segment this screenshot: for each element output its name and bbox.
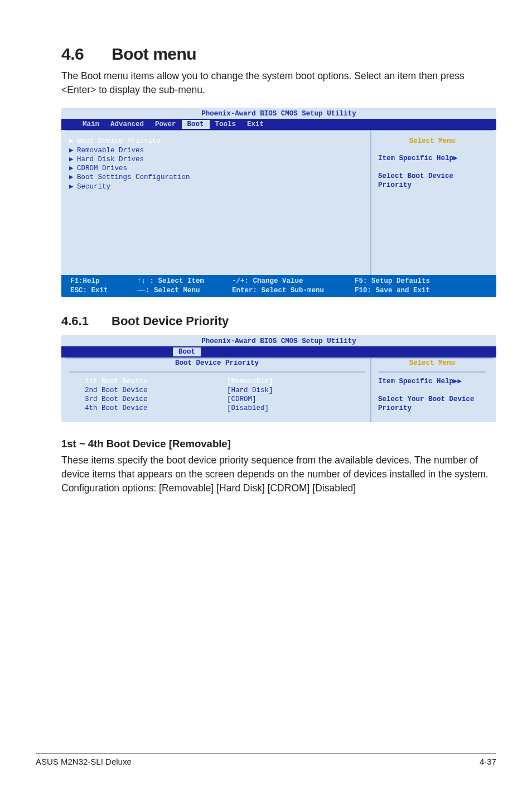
menu-item-label: Hard Disk Drives (77, 156, 144, 163)
bios-utility-title: Phoenix-Award BIOS CMOS Setup Utility (61, 335, 496, 346)
right-pane-title: Select Menu (378, 137, 486, 146)
option-description: These items specify the boot device prio… (61, 453, 496, 496)
bios-right-pane: Select Menu Item Specific Help▶ Select B… (371, 131, 493, 275)
boot-device-row-1[interactable]: 1st Boot Device [Removable] (85, 377, 365, 386)
menu-item-hard-disk-drives[interactable]: ▶Hard Disk Drives (69, 155, 365, 164)
boot-device-row-4[interactable]: 4th Boot Device [Disabled] (85, 404, 365, 413)
menu-item-label: Boot Settings Configuration (77, 173, 190, 181)
bios-right-pane: Select Menu Item Specific Help▶▶ Select … (371, 359, 493, 422)
key-hint-enter: Enter: Select Sub-menu (232, 286, 355, 295)
boot-device-value: [Disabled] (227, 404, 269, 413)
tab-exit[interactable]: Exit (241, 120, 269, 129)
section-number: 4.6 (61, 45, 112, 64)
help-label-text: Item Specific Help (378, 378, 453, 385)
bios-left-pane: ▶Boot Device Priority ▶Removable Drives … (65, 131, 371, 275)
subsection-heading: 4.6.1Boot Device Priority (61, 314, 496, 328)
menu-item-label: Security (77, 183, 110, 191)
tab-main[interactable]: Main (77, 120, 105, 129)
item-specific-help-body: Select Your Boot Device Priority (378, 395, 486, 413)
boot-device-row-2[interactable]: 2nd Boot Device [Hard Disk] (85, 386, 365, 395)
key-hint-f5: F5: Setup Defaults (355, 277, 490, 286)
bios-utility-title: Phoenix-Award BIOS CMOS Setup Utility (61, 108, 496, 119)
item-specific-help-label: Item Specific Help▶ (378, 154, 486, 163)
bios-body: Boot Device Priority 1st Boot Device [Re… (65, 357, 493, 422)
bios-tabbar: Main Advanced Power Boot Tools Exit (61, 119, 496, 130)
tab-advanced[interactable]: Advanced (105, 120, 149, 129)
submenu-arrow-icon: ▶ (69, 182, 77, 191)
left-pane-header: Boot Device Priority (69, 359, 365, 372)
bios-screenshot-boot-menu: Phoenix-Award BIOS CMOS Setup Utility Ma… (61, 108, 496, 297)
boot-device-value: [Removable] (227, 377, 273, 386)
menu-item-security[interactable]: ▶Security (69, 182, 365, 191)
bios-footer: F1:Help ↑↓ : Select Item -/+: Change Val… (61, 275, 496, 297)
subsection-title: Boot Device Priority (112, 314, 229, 328)
menu-item-label: CDROM Drives (77, 165, 127, 172)
item-specific-help-label: Item Specific Help▶▶ (378, 377, 486, 386)
menu-item-label: Removable Drives (77, 147, 144, 154)
subsection-number: 4.6.1 (61, 314, 112, 328)
submenu-arrow-icon: ▶ (69, 146, 77, 155)
footer-page-number: 4-37 (480, 757, 496, 766)
boot-device-label: 3rd Boot Device (85, 395, 227, 404)
section-heading: 4.6Boot menu (61, 45, 496, 64)
boot-device-value: [CDROM] (227, 395, 257, 404)
menu-item-boot-settings-configuration[interactable]: ▶Boot Settings Configuration (69, 173, 365, 182)
section-intro: The Boot menu items allow you to change … (61, 69, 496, 98)
bios-left-pane: Boot Device Priority 1st Boot Device [Re… (65, 359, 371, 422)
bios-screenshot-boot-priority: Phoenix-Award BIOS CMOS Setup Utility Bo… (61, 335, 496, 422)
section-title: Boot menu (112, 45, 196, 63)
menu-item-removable-drives[interactable]: ▶Removable Drives (69, 146, 365, 155)
play-arrow-icon: ▶▶ (453, 378, 462, 385)
tab-power[interactable]: Power (149, 120, 182, 129)
submenu-arrow-icon: ▶ (69, 155, 77, 164)
menu-item-boot-device-priority[interactable]: ▶Boot Device Priority (69, 137, 365, 146)
submenu-arrow-icon: ▶ (69, 137, 77, 146)
play-arrow-icon: ▶ (453, 154, 458, 162)
bios-tabbar: Boot (61, 346, 496, 357)
boot-device-label: 4th Boot Device (85, 404, 227, 413)
tab-boot[interactable]: Boot (173, 347, 201, 356)
boot-device-label: 2nd Boot Device (85, 386, 227, 395)
key-hint-f10: F10: Save and Exit (355, 286, 490, 295)
tab-boot[interactable]: Boot (182, 120, 210, 129)
key-hint-leftright: →←: Select Menu (137, 286, 232, 295)
key-hint-plusminus: -/+: Change Value (232, 277, 355, 286)
item-specific-help-body: Select Boot Device Priority (378, 172, 486, 190)
tab-tools[interactable]: Tools (210, 120, 242, 129)
menu-item-label: Boot Device Priority (77, 137, 161, 145)
key-hint-f1: F1:Help (70, 277, 137, 286)
menu-item-cdrom-drives[interactable]: ▶CDROM Drives (69, 164, 365, 173)
option-heading: 1st ~ 4th Boot Device [Removable] (61, 438, 496, 450)
help-label-text: Item Specific Help (378, 154, 453, 162)
boot-device-row-3[interactable]: 3rd Boot Device [CDROM] (85, 395, 365, 404)
page-footer: ASUS M2N32-SLI Deluxe 4-37 (36, 753, 496, 766)
key-hint-esc: ESC: Exit (70, 286, 137, 295)
boot-device-label: 1st Boot Device (85, 377, 227, 386)
footer-product: ASUS M2N32-SLI Deluxe (36, 757, 132, 766)
bios-body: ▶Boot Device Priority ▶Removable Drives … (65, 130, 493, 275)
submenu-arrow-icon: ▶ (69, 173, 77, 182)
submenu-arrow-icon: ▶ (69, 164, 77, 173)
key-hint-updown: ↑↓ : Select Item (137, 277, 232, 286)
boot-device-value: [Hard Disk] (227, 386, 273, 395)
right-pane-title: Select Menu (378, 359, 486, 372)
